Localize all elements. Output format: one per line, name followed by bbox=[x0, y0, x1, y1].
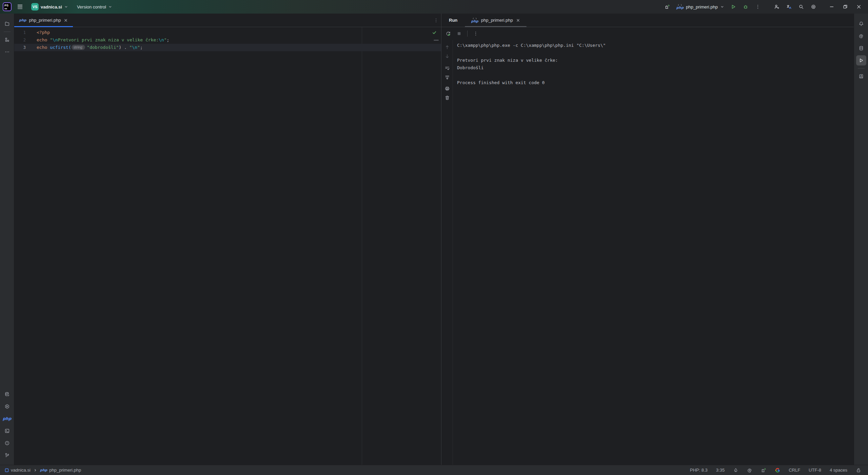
parameter-hint: string: bbox=[72, 45, 85, 50]
stop-button[interactable] bbox=[454, 29, 464, 38]
code-lines: 1<?php2echo "\nPretvori prvi znak niza v… bbox=[14, 29, 441, 51]
run-tool-window-button[interactable] bbox=[856, 55, 866, 65]
restore-button[interactable] bbox=[840, 2, 851, 12]
problems-icon bbox=[4, 440, 10, 446]
line-number[interactable]: 2 bbox=[14, 36, 26, 44]
debug-button[interactable] bbox=[741, 2, 751, 12]
run-more-options-button[interactable] bbox=[753, 2, 763, 12]
database-icon bbox=[859, 45, 864, 51]
phpstorm-logo-icon[interactable]: PS bbox=[3, 2, 12, 11]
documentation-button[interactable]: A bbox=[856, 71, 866, 81]
git-tool-window-button[interactable] bbox=[2, 450, 12, 460]
editor-tab-php-primeri[interactable]: php php_primeri.php bbox=[14, 14, 73, 27]
bell-icon bbox=[859, 21, 864, 26]
translate-button[interactable]: A bbox=[784, 2, 794, 12]
database-tool-window-button[interactable] bbox=[2, 389, 12, 399]
xdebug-listen-status-widget[interactable] bbox=[759, 467, 768, 474]
breadcrumb-project[interactable]: vadnica.si bbox=[5, 468, 31, 473]
debug-listener-icon bbox=[761, 468, 766, 473]
project-widget[interactable]: VS vadnica.si bbox=[28, 1, 71, 12]
clear-console-button[interactable] bbox=[443, 93, 452, 102]
code-line[interactable]: 3echo ucfirst(string:"dobrodošli") . "\n… bbox=[14, 44, 441, 51]
services-tool-window-button[interactable] bbox=[2, 401, 12, 412]
status-bar: vadnica.si php php_primeri.php PHP: 8.3 … bbox=[0, 465, 868, 475]
settings-button[interactable] bbox=[808, 2, 818, 12]
rail-divider bbox=[858, 68, 865, 69]
php-version-widget[interactable]: PHP: 8.3 bbox=[688, 467, 710, 473]
project-tool-window-button[interactable] bbox=[2, 19, 12, 29]
line-number[interactable]: 3 bbox=[14, 44, 26, 51]
unlock-icon bbox=[856, 468, 861, 473]
structure-icon bbox=[4, 37, 10, 42]
arrow-down-icon bbox=[445, 54, 450, 59]
terminal-tool-window-button[interactable] bbox=[2, 426, 12, 436]
grazie-widget[interactable] bbox=[731, 467, 741, 474]
arrow-up-icon bbox=[445, 44, 450, 50]
soft-wrap-button[interactable] bbox=[443, 64, 452, 73]
notifications-button[interactable] bbox=[856, 19, 866, 29]
more-tool-windows-button[interactable] bbox=[2, 47, 12, 57]
user-plus-icon bbox=[774, 4, 780, 10]
problems-tool-window-button[interactable] bbox=[2, 438, 12, 448]
up-stack-trace-button[interactable] bbox=[443, 43, 452, 52]
trash-icon bbox=[445, 95, 450, 100]
minimize-icon bbox=[829, 4, 834, 10]
scroll-to-end-button[interactable] bbox=[443, 73, 452, 82]
more-horizontal-icon bbox=[4, 49, 10, 55]
code-line[interactable]: 1<?php bbox=[14, 29, 441, 36]
line-separator-widget[interactable]: CRLF bbox=[787, 467, 802, 473]
version-control-menu[interactable]: Version control bbox=[74, 3, 115, 11]
rerun-button[interactable] bbox=[443, 29, 453, 38]
xdebug-listen-button[interactable] bbox=[662, 2, 672, 12]
php-console-tool-window-button[interactable]: php bbox=[2, 414, 12, 424]
left-tool-window-bar: php bbox=[0, 14, 14, 465]
soft-wrap-icon bbox=[445, 65, 450, 71]
indent-widget[interactable]: 4 spaces bbox=[828, 467, 849, 473]
minimize-button[interactable] bbox=[826, 2, 837, 12]
code-line[interactable]: 2echo "\nPretvori prvi znak niza v velik… bbox=[14, 36, 441, 44]
encoding-widget[interactable]: UTF-8 bbox=[807, 467, 823, 473]
close-window-button[interactable] bbox=[853, 2, 865, 12]
search-everywhere-button[interactable] bbox=[796, 2, 806, 12]
ai-assistant-button[interactable] bbox=[856, 31, 866, 41]
gear-icon bbox=[811, 4, 816, 10]
run-tab-php-primeri[interactable]: php php_primeri.php bbox=[466, 14, 525, 27]
code-editor[interactable]: 1<?php2echo "\nPretvori prvi znak niza v… bbox=[14, 27, 441, 465]
ai-assistant-status-widget[interactable] bbox=[745, 467, 754, 474]
inspections-widget[interactable] bbox=[432, 30, 437, 35]
database-tool-window-button-right[interactable] bbox=[856, 43, 866, 53]
code-text: echo "\nPretvori prvi znak niza v velike… bbox=[26, 36, 169, 44]
main-menu-button[interactable] bbox=[15, 2, 25, 12]
run-configuration-selector[interactable]: php php_primeri.php bbox=[674, 3, 726, 11]
console-output: C:\xampp\php\php.exe -c C:\xampp\php\php… bbox=[453, 40, 854, 465]
editor-tab-options-button[interactable] bbox=[431, 15, 441, 25]
line-number[interactable]: 1 bbox=[14, 29, 26, 36]
project-avatar: VS bbox=[31, 3, 39, 11]
chevron-down-icon bbox=[720, 5, 724, 9]
run-tool-window-header: Run php php_primeri.php bbox=[441, 14, 854, 27]
run-tool-window-title[interactable]: Run bbox=[449, 18, 457, 23]
google-services-widget[interactable] bbox=[773, 467, 782, 474]
check-icon bbox=[432, 30, 437, 35]
run-config-name: php_primeri.php bbox=[686, 4, 718, 10]
drop-icon bbox=[733, 468, 738, 473]
run-tool-window: Run php php_primeri.php bbox=[441, 14, 854, 465]
kebab-icon bbox=[433, 18, 439, 23]
restore-icon bbox=[843, 4, 848, 10]
close-tab-icon[interactable] bbox=[516, 18, 520, 23]
search-icon bbox=[798, 4, 804, 10]
breadcrumb-file[interactable]: php php_primeri.php bbox=[40, 468, 81, 473]
down-stack-trace-button[interactable] bbox=[443, 52, 452, 61]
run-button[interactable] bbox=[728, 2, 738, 12]
right-tool-window-bar: A bbox=[854, 14, 868, 465]
code-with-me-button[interactable] bbox=[772, 2, 782, 12]
read-write-access-widget[interactable] bbox=[854, 467, 863, 474]
print-button[interactable] bbox=[443, 84, 452, 93]
translate-icon: A bbox=[786, 4, 792, 10]
caret-position-widget[interactable]: 3:35 bbox=[714, 467, 727, 473]
close-tab-icon[interactable] bbox=[63, 18, 68, 23]
console-more-options-button[interactable] bbox=[471, 29, 480, 38]
code-text: echo ucfirst(string:"dobrodošli") . "\n"… bbox=[26, 44, 143, 51]
structure-tool-window-button[interactable] bbox=[2, 35, 12, 45]
kebab-icon bbox=[473, 31, 478, 36]
